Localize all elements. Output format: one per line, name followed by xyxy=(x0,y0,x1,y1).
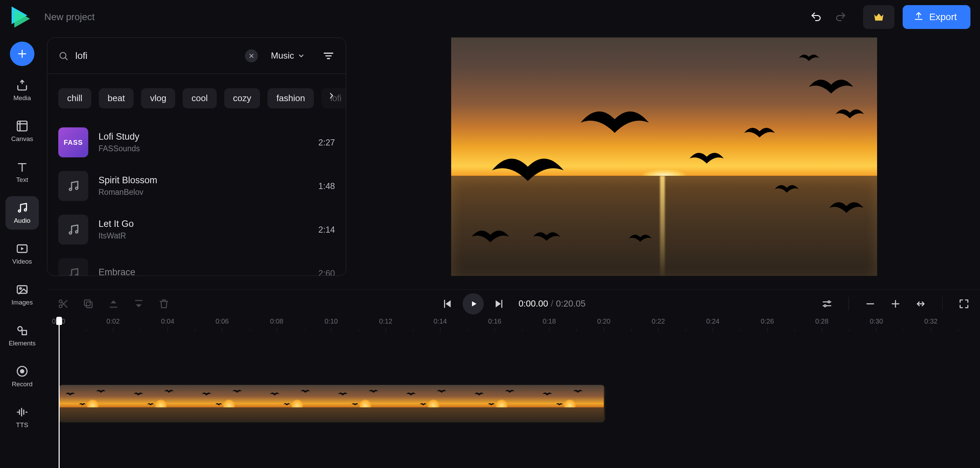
svg-point-12 xyxy=(76,187,78,189)
rail-label: Record xyxy=(11,381,32,388)
svg-rect-4 xyxy=(18,286,27,293)
layer-up-icon[interactable] xyxy=(108,298,119,309)
clip-frame xyxy=(59,385,127,422)
track-artist: RomanBelov xyxy=(99,188,308,197)
rail-videos[interactable]: Videos xyxy=(5,237,39,270)
rail-label: Videos xyxy=(12,258,32,265)
clear-search-button[interactable] xyxy=(245,49,258,62)
ruler-tick: 0:08 xyxy=(270,317,283,325)
tag-beat[interactable]: beat xyxy=(99,88,134,108)
track-title: Embrace xyxy=(99,267,308,276)
clip-frame xyxy=(468,385,536,422)
split-icon[interactable] xyxy=(57,298,69,309)
ruler-tick: 0:26 xyxy=(761,317,774,325)
playhead[interactable] xyxy=(59,317,60,468)
filter-icon[interactable] xyxy=(322,49,335,62)
rail-images[interactable]: Images xyxy=(5,278,39,311)
tag-chill[interactable]: chill xyxy=(58,88,91,108)
undo-icon[interactable] xyxy=(810,11,822,23)
audio-category-dropdown[interactable]: Music xyxy=(271,51,305,61)
ruler-tick: 0:02 xyxy=(107,317,120,325)
track-thumbnail xyxy=(58,258,88,276)
ruler-tick: 0:14 xyxy=(434,317,447,325)
clip-frame xyxy=(331,385,399,422)
clip-frame xyxy=(127,385,195,422)
track-thumbnail: FASS xyxy=(58,127,88,157)
tag-fashion[interactable]: fashion xyxy=(267,88,314,108)
tag-cool[interactable]: cool xyxy=(183,88,217,108)
svg-rect-7 xyxy=(22,330,27,335)
ruler-tick: 0:12 xyxy=(379,317,393,325)
svg-point-2 xyxy=(24,209,26,211)
track-thumbnail xyxy=(58,171,88,201)
track-artist: ItsWatR xyxy=(99,231,308,241)
audio-category-label: Music xyxy=(271,51,294,61)
rail-record[interactable]: Record xyxy=(5,360,39,393)
ruler-tick: 0:28 xyxy=(815,317,829,325)
timeline-settings-icon[interactable] xyxy=(821,298,833,309)
project-title[interactable]: New project xyxy=(44,11,95,22)
rail-media[interactable]: Media xyxy=(5,74,39,107)
ruler-tick: 0:06 xyxy=(216,317,229,325)
track-duration: 2:60 xyxy=(318,268,335,276)
ruler-tick: 0:18 xyxy=(543,317,556,325)
svg-point-5 xyxy=(20,287,21,289)
svg-rect-0 xyxy=(18,121,27,131)
fit-timeline-icon[interactable] xyxy=(915,298,926,309)
clip-frame xyxy=(399,385,468,422)
rail-label: Audio xyxy=(14,217,31,224)
add-media-button[interactable] xyxy=(10,41,34,66)
rail-label: Text xyxy=(16,176,28,184)
svg-point-13 xyxy=(69,232,72,234)
clip-frame xyxy=(536,385,604,422)
svg-point-16 xyxy=(76,274,78,276)
rail-text[interactable]: Text xyxy=(5,155,39,189)
duplicate-icon[interactable] xyxy=(83,298,94,309)
track-duration: 2:14 xyxy=(318,225,335,235)
svg-point-21 xyxy=(828,301,830,303)
redo-icon[interactable] xyxy=(835,11,847,23)
ruler-tick: 0:22 xyxy=(652,317,665,325)
preview-viewport[interactable] xyxy=(361,38,967,276)
ruler-tick: 0:04 xyxy=(161,317,175,325)
layer-down-icon[interactable] xyxy=(133,298,145,309)
ruler-tick: 0:16 xyxy=(488,317,501,325)
track-thumbnail xyxy=(58,214,88,244)
rail-canvas[interactable]: Canvas xyxy=(5,114,39,148)
svg-rect-19 xyxy=(86,302,92,308)
chevron-down-icon xyxy=(298,52,305,60)
track-row[interactable]: Let It Go ItsWatR 2:14 xyxy=(58,208,335,251)
track-title: Let It Go xyxy=(99,219,308,229)
zoom-in-icon[interactable] xyxy=(890,298,901,309)
fullscreen-icon[interactable] xyxy=(958,298,970,309)
svg-point-1 xyxy=(18,210,21,212)
rail-audio[interactable]: Audio xyxy=(5,196,39,230)
svg-point-9 xyxy=(20,369,24,374)
rail-elements[interactable]: Elements xyxy=(5,319,39,352)
tag-vlog[interactable]: vlog xyxy=(141,88,175,108)
track-duration: 2:27 xyxy=(318,138,335,148)
prev-frame-button[interactable] xyxy=(442,298,454,310)
track-row[interactable]: Spirit Blossom RomanBelov 1:48 xyxy=(58,164,335,208)
video-clip[interactable] xyxy=(59,385,605,422)
audio-search-input[interactable] xyxy=(75,51,238,61)
delete-icon[interactable] xyxy=(158,298,170,309)
zoom-out-icon[interactable] xyxy=(864,298,876,309)
track-row[interactable]: Embrace 2:60 xyxy=(58,251,335,276)
svg-point-14 xyxy=(76,231,78,233)
upload-icon xyxy=(913,11,924,24)
track-row[interactable]: FASS Lofi Study FASSounds 2:27 xyxy=(58,121,335,164)
premium-crown-button[interactable] xyxy=(863,5,894,29)
rail-label: Elements xyxy=(8,339,35,347)
tags-scroll-right[interactable] xyxy=(327,91,336,102)
app-logo[interactable] xyxy=(10,6,31,28)
tag-cozy[interactable]: cozy xyxy=(224,88,260,108)
timeline-ruler[interactable]: 0:000:020:040:060:080:100:120:140:160:18… xyxy=(47,317,980,334)
next-frame-button[interactable] xyxy=(493,298,505,310)
export-button[interactable]: Export xyxy=(903,5,970,29)
track-title: Spirit Blossom xyxy=(99,175,308,186)
play-button[interactable] xyxy=(463,293,484,314)
ruler-tick: 0:32 xyxy=(924,317,938,325)
svg-point-6 xyxy=(18,327,22,331)
rail-tts[interactable]: TTS xyxy=(5,401,39,434)
